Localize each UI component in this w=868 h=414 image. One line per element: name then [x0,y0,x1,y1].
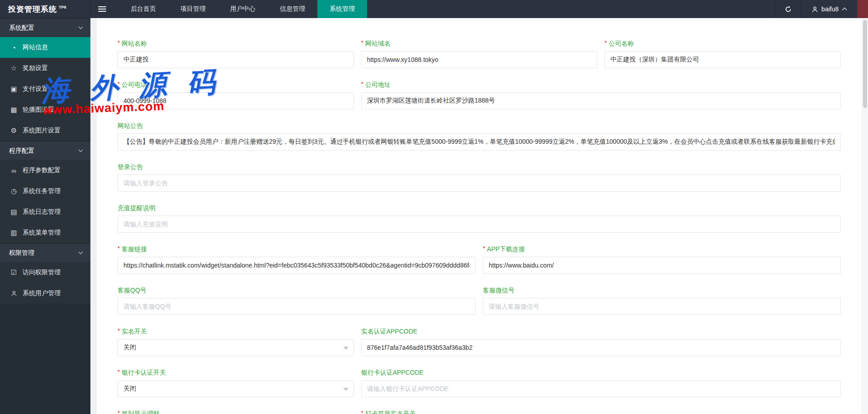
field-label: 实名认证APPCODE [361,328,841,335]
refresh-button[interactable] [775,0,802,18]
sidebar-item-system-tasks[interactable]: ◷ 系统任务管理 [0,181,90,202]
header-right: baifu8 [775,0,868,18]
field-website-domain: *网站域名 [361,40,598,68]
sidebar-item-reward-settings[interactable]: ☆ 奖励设置 [0,58,90,79]
sidebar-toggle-button[interactable] [90,0,114,18]
sidebar-item-system-users[interactable]: 系统用户管理 [0,283,90,304]
realname-switch-select[interactable] [118,339,354,356]
tab-dashboard[interactable]: 后台首页 [118,0,168,18]
field-label: *网站名称 [118,40,354,47]
field-label: *APP下载连接 [483,245,841,253]
bankcard-switch-select[interactable] [118,380,354,397]
service-link-input[interactable] [118,257,476,274]
scrollbar-thumb[interactable] [863,20,867,108]
field-company-name: *公司名称 [604,40,841,68]
shield-check-icon: ☑ [10,268,18,277]
sidebar-section-system-config[interactable]: 系统配置 [0,18,90,37]
field-label: 银行卡认证APPCODE [361,369,841,376]
field-label: 充值提醒说明 [118,204,841,212]
required-asterisk: * [118,245,120,252]
required-asterisk: * [604,39,607,46]
chevron-down-icon [78,251,83,254]
field-label: *签到显示理财 [118,410,354,414]
user-menu[interactable]: baifu8 [802,0,857,18]
field-label: 客服微信号 [483,287,841,294]
refresh-icon [784,5,792,13]
field-checkin-display: *签到显示理财 [118,410,354,414]
app-download-input[interactable] [483,257,841,274]
tab-information-management[interactable]: 信息管理 [268,0,317,18]
user-icon [811,6,818,13]
tab-system-management[interactable]: 系统管理 [317,0,367,18]
sidebar: 系统配置 ◔ 网站信息 ☆ 奖励设置 ▣ 支付设置 ▦ 轮播图设置 ⚙ 系统图片… [0,18,90,414]
sidebar-section-program-config[interactable]: 程序配置 [0,141,90,160]
layout-icon: ▥ [10,229,18,237]
theme-corner-block [857,0,868,18]
field-bankcard-appcode: 银行卡认证APPCODE [361,369,841,397]
field-recharge-tip: 充值提醒说明 [118,204,841,233]
company-phone-input[interactable] [118,92,354,109]
required-asterisk: * [483,245,485,252]
money-icon: ▣ [10,85,18,93]
chevron-down-icon [78,149,83,152]
clipboard-icon: ▤ [10,208,18,216]
field-label: 网站公告 [118,122,841,130]
field-service-qq: 客服QQ号 [118,287,476,315]
realname-appcode-input[interactable] [361,339,841,356]
app-title-version: TP6 [59,5,66,9]
chevron-up-icon [842,7,847,11]
website-name-input[interactable] [118,51,354,68]
field-label: *公司电话 [118,81,354,89]
service-qq-input[interactable] [118,298,476,315]
dashboard-icon: ◔ [10,44,18,52]
required-asterisk: * [118,368,120,375]
field-bankcard-switch: *银行卡认证开关 [118,369,354,397]
sidebar-item-website-info[interactable]: ◔ 网站信息 [0,37,90,58]
sidebar-item-carousel-settings[interactable]: ▦ 轮播图设置 [0,99,90,120]
required-asterisk: * [118,327,120,334]
tab-project-management[interactable]: 项目管理 [168,0,218,18]
tab-user-center[interactable]: 用户中心 [218,0,268,18]
sidebar-item-system-logs[interactable]: ▤ 系统日志管理 [0,202,90,222]
required-asterisk: * [361,80,363,87]
field-service-link: *客服链接 [118,245,476,274]
site-notice-input[interactable] [118,133,841,151]
sidebar-item-access-permissions[interactable]: ☑ 访问权限管理 [0,262,90,283]
sidebar-item-program-params[interactable]: ∞ 程序参数配置 [0,160,90,181]
star-icon: ☆ [10,64,18,72]
recharge-tip-input[interactable] [118,216,841,233]
required-asterisk: * [118,409,120,414]
page-scrollbar[interactable] [862,18,868,414]
field-login-notice: 登录公告 [118,163,841,192]
company-name-input[interactable] [604,51,841,68]
field-label: 登录公告 [118,163,841,171]
field-company-phone: *公司电话 [118,81,354,109]
field-label: *公司地址 [361,81,841,89]
service-wechat-input[interactable] [483,298,841,315]
app-title: 投资管理系统 [8,4,57,14]
field-site-notice: 网站公告 [118,122,841,151]
company-address-input[interactable] [361,92,841,109]
app-logo: 投资管理系统 TP6 [0,0,90,18]
hamburger-icon [98,5,106,13]
field-label: *实名开关 [118,328,354,335]
sidebar-item-system-menus[interactable]: ▥ 系统菜单管理 [0,222,90,243]
field-website-name: *网站名称 [118,40,354,68]
bankcard-appcode-input[interactable] [361,380,841,397]
sidebar-item-system-image-settings[interactable]: ⚙ 系统图片设置 [0,120,90,141]
field-app-download-link: *APP下载连接 [483,245,841,274]
field-label: *公司名称 [604,40,841,47]
website-domain-input[interactable] [361,51,598,68]
top-nav-tabs: 后台首页 项目管理 用户中心 信息管理 系统管理 [118,0,367,18]
field-label: *打卡答题实名开关 [361,410,598,414]
field-realname-switch: *实名开关 [118,328,354,356]
field-label: *客服链接 [118,245,476,253]
login-notice-input[interactable] [118,174,841,192]
username: baifu8 [821,5,839,13]
sidebar-item-payment-settings[interactable]: ▣ 支付设置 [0,79,90,99]
sidebar-section-permission-management[interactable]: 权限管理 [0,243,90,262]
person-icon [10,290,18,296]
gear-icon: ⚙ [10,127,18,135]
link-icon: ∞ [10,167,18,174]
clock-icon: ◷ [10,187,18,195]
